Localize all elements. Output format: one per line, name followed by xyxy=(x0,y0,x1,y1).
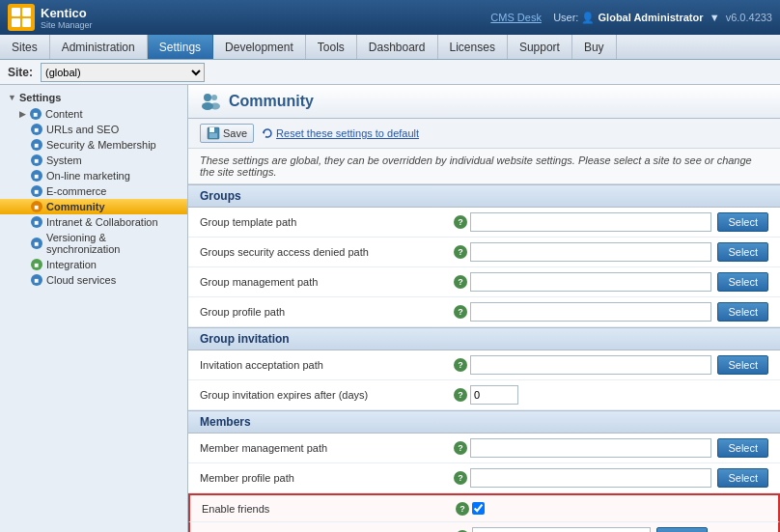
site-label: Site: xyxy=(8,66,33,79)
help-icon[interactable]: ? xyxy=(454,275,467,289)
help-container: ? xyxy=(451,245,470,259)
help-container: ? xyxy=(451,358,470,372)
sidebar-item-community[interactable]: ■ Community xyxy=(0,199,187,214)
help-container: ? xyxy=(451,388,470,402)
nav-item-settings[interactable]: Settings xyxy=(148,35,213,59)
select-button[interactable]: Select xyxy=(717,212,768,232)
select-button[interactable]: Select xyxy=(656,527,708,532)
urls-icon: ■ xyxy=(31,124,42,135)
save-button[interactable]: Save xyxy=(200,124,254,143)
invitation-expires-input[interactable] xyxy=(470,385,518,405)
sidebar-item-intranet[interactable]: ■ Intranet & Collaboration xyxy=(0,214,187,230)
nav-item-administration[interactable]: Administration xyxy=(50,35,148,59)
section-invitation-header: Group invitation xyxy=(188,327,780,350)
settings-arrow-icon: ▼ xyxy=(8,93,16,102)
logo-text: Kentico Site Manager xyxy=(41,6,93,30)
table-row: Enable friends ? xyxy=(188,493,780,522)
select-button[interactable]: Select xyxy=(717,355,768,375)
svg-rect-1 xyxy=(22,8,31,16)
table-row: Group management path ? Select xyxy=(188,267,780,297)
cms-desk-link[interactable]: CMS Desk xyxy=(490,12,542,23)
row-value xyxy=(470,385,768,405)
table-row: Member management path ? Select xyxy=(188,434,780,463)
help-container: ? xyxy=(451,215,470,229)
sidebar-item-system[interactable]: ■ System xyxy=(0,153,187,168)
info-text: These settings are global, they can be o… xyxy=(188,149,780,184)
help-icon[interactable]: ? xyxy=(456,502,469,516)
help-icon[interactable]: ? xyxy=(454,388,467,402)
select-button[interactable]: Select xyxy=(717,438,768,458)
sidebar-item-urls-seo[interactable]: ■ URLs and SEO xyxy=(0,122,187,137)
help-container: ? xyxy=(451,275,470,289)
page-title: Community xyxy=(229,93,314,110)
sitebar: Site: (global) xyxy=(0,60,780,85)
row-value: Select xyxy=(470,355,768,375)
section-members: Members Member management path ? Select … xyxy=(188,410,780,532)
sidebar-item-security[interactable]: ■ Security & Membership xyxy=(0,137,187,153)
select-button[interactable]: Select xyxy=(717,242,768,262)
site-select[interactable]: (global) xyxy=(41,63,205,82)
groups-table: Group template path ? Select Groups secu… xyxy=(188,208,780,327)
help-icon[interactable]: ? xyxy=(454,441,467,455)
select-button[interactable]: Select xyxy=(717,302,768,322)
members-table: Member management path ? Select Member p… xyxy=(188,434,780,532)
sidebar-item-integration[interactable]: ■ Integration xyxy=(0,257,187,272)
marketing-icon: ■ xyxy=(31,170,42,182)
row-value: Select xyxy=(470,302,768,322)
row-label: Enable friends xyxy=(202,503,453,515)
row-value: Select xyxy=(470,468,768,488)
table-row: Group profile path ? Select xyxy=(188,297,780,327)
sidebar-item-cloud[interactable]: ■ Cloud services xyxy=(0,272,187,288)
sidebar-item-ecommerce[interactable]: ■ E-commerce xyxy=(0,183,187,199)
member-profile-path-input[interactable] xyxy=(470,468,711,488)
sidebar-item-content[interactable]: ▶ ■ Content xyxy=(0,106,187,122)
sidebar-item-online-marketing[interactable]: ■ On-line marketing xyxy=(0,168,187,183)
select-button[interactable]: Select xyxy=(717,468,768,488)
sidebar-item-versioning[interactable]: ■ Versioning & synchronization xyxy=(0,230,187,257)
enable-friends-checkbox[interactable] xyxy=(472,502,485,515)
intranet-icon: ■ xyxy=(31,216,42,228)
row-value: Select xyxy=(470,242,768,262)
nav-item-dashboard[interactable]: Dashboard xyxy=(357,35,438,59)
nav-item-development[interactable]: Development xyxy=(213,35,306,59)
member-management-path-input[interactable] xyxy=(470,438,711,458)
select-button[interactable]: Select xyxy=(717,272,768,292)
content-area: Community Save Reset these settings to d… xyxy=(188,85,780,532)
row-label: Group template path xyxy=(200,216,451,228)
help-icon[interactable]: ? xyxy=(454,215,467,229)
help-container: ? xyxy=(451,441,470,455)
table-row: Friend management path ? Select xyxy=(188,522,780,532)
nav-item-buy[interactable]: Buy xyxy=(572,35,617,59)
row-label: Group management path xyxy=(200,276,451,288)
group-profile-path-input[interactable] xyxy=(470,302,711,322)
security-icon: ■ xyxy=(31,139,42,151)
groups-security-denied-path-input[interactable] xyxy=(470,242,711,262)
logo-icon xyxy=(8,4,35,31)
sidebar-settings-header[interactable]: ▼ Settings xyxy=(0,89,187,106)
nav-item-licenses[interactable]: Licenses xyxy=(438,35,508,59)
section-groups-header: Groups xyxy=(188,184,780,208)
row-value: Select xyxy=(470,212,768,232)
help-icon[interactable]: ? xyxy=(454,358,467,372)
nav-item-tools[interactable]: Tools xyxy=(306,35,357,59)
svg-rect-0 xyxy=(12,8,20,16)
help-icon[interactable]: ? xyxy=(454,305,467,319)
group-management-path-input[interactable] xyxy=(470,272,711,292)
reset-defaults-link[interactable]: Reset these settings to default xyxy=(262,127,419,139)
nav-item-sites[interactable]: Sites xyxy=(0,35,50,59)
friend-management-path-input[interactable] xyxy=(472,527,651,532)
group-template-path-input[interactable] xyxy=(470,212,711,232)
community-page-icon xyxy=(200,91,221,112)
system-icon: ■ xyxy=(31,154,42,166)
section-groups: Groups Group template path ? Select Grou… xyxy=(188,184,780,327)
help-icon[interactable]: ? xyxy=(454,245,467,259)
help-icon[interactable]: ? xyxy=(454,471,467,485)
help-container: ? xyxy=(453,502,472,516)
main-layout: ▼ Settings ▶ ■ Content ■ URLs and SEO ■ … xyxy=(0,85,780,532)
row-value xyxy=(472,502,766,515)
section-group-invitation: Group invitation Invitation acceptation … xyxy=(188,327,780,410)
row-value: Select xyxy=(472,527,766,532)
invitation-acceptation-path-input[interactable] xyxy=(470,355,711,375)
nav-item-support[interactable]: Support xyxy=(508,35,572,59)
table-row: Member profile path ? Select xyxy=(188,463,780,493)
